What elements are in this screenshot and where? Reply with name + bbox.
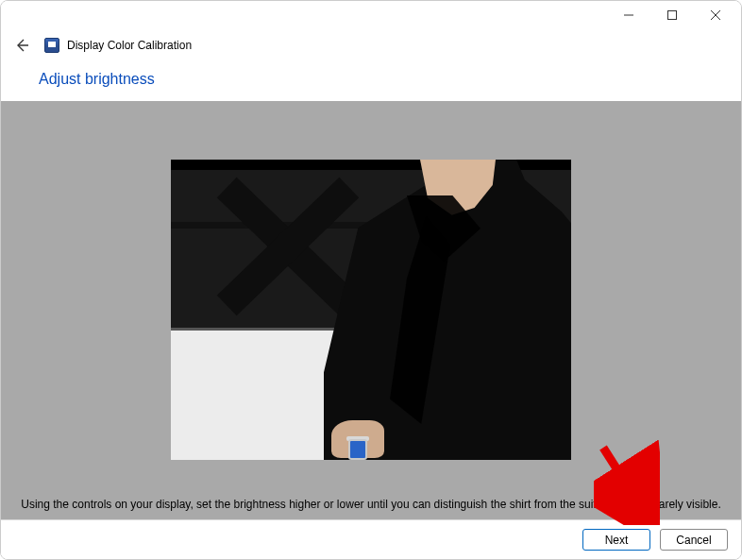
footer: Next Cancel — [1, 519, 741, 559]
svg-rect-1 — [668, 11, 677, 20]
app-icon — [44, 38, 59, 53]
header: Display Color Calibration — [1, 29, 741, 58]
minimize-button[interactable] — [607, 1, 650, 29]
cancel-button[interactable]: Cancel — [660, 529, 728, 551]
maximize-button[interactable] — [650, 1, 694, 29]
calibration-reference-image — [171, 160, 571, 460]
instruction-text: Using the controls on your display, set … — [1, 497, 741, 512]
close-button[interactable] — [694, 1, 737, 29]
annotation-arrow-icon — [594, 440, 660, 525]
page-heading: Adjust brightness — [1, 58, 741, 101]
content-panel: Using the controls on your display, set … — [1, 101, 741, 519]
next-button[interactable]: Next — [582, 529, 650, 551]
back-button[interactable] — [12, 36, 31, 55]
window-title: Display Color Calibration — [67, 39, 192, 52]
titlebar — [1, 1, 741, 29]
